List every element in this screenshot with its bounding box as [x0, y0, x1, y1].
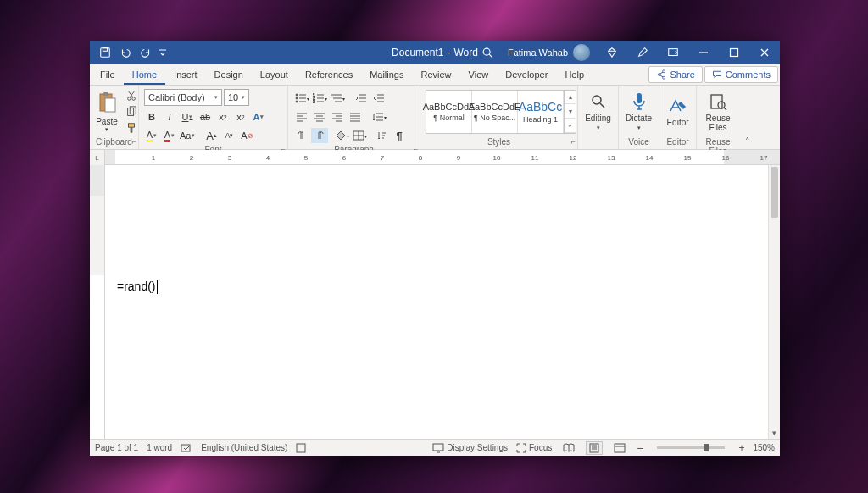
tab-insert[interactable]: Insert — [165, 64, 206, 85]
dictate-button[interactable]: Dictate ▾ — [624, 91, 654, 131]
superscript-button[interactable]: x2 — [233, 109, 248, 125]
tab-references[interactable]: References — [297, 64, 361, 85]
comments-button[interactable]: Comments — [704, 66, 778, 83]
autosave-icon[interactable] — [95, 42, 115, 63]
shrink-font-button[interactable]: A▾ — [221, 128, 236, 143]
grow-font-button[interactable]: A▴ — [203, 128, 219, 143]
scroll-down-icon[interactable]: ▾ — [769, 427, 780, 439]
read-mode-button[interactable] — [560, 441, 577, 455]
minimize-button[interactable] — [688, 41, 719, 64]
tab-developer[interactable]: Developer — [497, 64, 556, 85]
launcher-icon[interactable]: ⌐ — [132, 137, 136, 146]
pen-icon[interactable] — [627, 41, 658, 64]
close-button[interactable] — [749, 41, 780, 64]
launcher-icon[interactable]: ⌐ — [571, 137, 576, 146]
vertical-ruler[interactable] — [90, 165, 105, 439]
page-indicator[interactable]: Page 1 of 1 — [95, 443, 138, 452]
text-effects-button[interactable]: A▾ — [251, 109, 266, 125]
subscript-button[interactable]: x2 — [215, 109, 231, 125]
tab-home[interactable]: Home — [124, 64, 165, 85]
format-painter-button[interactable] — [124, 121, 139, 135]
borders-button[interactable]: ▾ — [351, 128, 368, 143]
zoom-slider[interactable] — [657, 446, 725, 449]
horizontal-ruler[interactable]: L 1234567891011121314151617 — [90, 150, 780, 165]
editing-button[interactable]: Editing ▾ — [583, 91, 613, 131]
bold-button[interactable]: B — [144, 109, 159, 125]
clear-formatting-button[interactable]: A⊘ — [239, 128, 254, 143]
ltr-button[interactable] — [293, 128, 310, 143]
user-account[interactable]: Fatima Wahab — [501, 44, 597, 61]
undo-button[interactable] — [115, 42, 136, 63]
tab-view[interactable]: View — [460, 64, 498, 85]
ribbon-display-icon[interactable] — [658, 41, 688, 64]
accessibility-icon[interactable] — [296, 443, 306, 453]
qat-customize-icon[interactable] — [156, 42, 170, 63]
bullets-button[interactable]: ▾ — [293, 91, 310, 106]
cut-button[interactable] — [124, 89, 139, 102]
display-settings-button[interactable]: Display Settings — [432, 443, 508, 453]
tab-file[interactable]: File — [92, 64, 124, 85]
show-marks-button[interactable]: ¶ — [391, 128, 408, 143]
increase-indent-button[interactable] — [370, 91, 387, 106]
align-right-button[interactable] — [329, 109, 346, 125]
highlight-button[interactable]: A▾ — [144, 128, 159, 143]
tab-help[interactable]: Help — [556, 64, 593, 85]
word-count[interactable]: 1 word — [147, 443, 172, 452]
styles-gallery[interactable]: AaBbCcDdE¶ Normal AaBbCcDdE¶ No Spac... … — [426, 90, 576, 134]
style-heading1[interactable]: AaBbCcHeading 1 — [518, 91, 564, 133]
tab-review[interactable]: Review — [413, 64, 460, 85]
editor-button[interactable]: Editor — [665, 96, 691, 127]
style-no-spacing[interactable]: AaBbCcDdE¶ No Spac... — [472, 91, 518, 133]
scroll-thumb[interactable] — [771, 167, 778, 218]
ribbon: Paste ▾ Clipboard⌐ Calibri (Body)▾ 10▾ — [90, 86, 780, 150]
zoom-thumb[interactable] — [704, 444, 709, 451]
vertical-scrollbar[interactable]: ▴ ▾ — [768, 165, 780, 439]
zoom-out-button[interactable]: − — [637, 441, 643, 455]
styles-more[interactable]: ▴▾⌄ — [564, 91, 576, 133]
document-page[interactable]: =rand() — [105, 165, 780, 439]
sort-button[interactable] — [373, 128, 390, 143]
web-layout-button[interactable] — [611, 441, 628, 455]
print-layout-button[interactable] — [586, 441, 603, 455]
strikethrough-button[interactable]: ab — [198, 109, 213, 125]
change-case-button[interactable]: Aa▾ — [180, 128, 195, 143]
rtl-button[interactable] — [311, 128, 328, 143]
svg-point-26 — [718, 102, 725, 108]
tab-design[interactable]: Design — [206, 64, 252, 85]
italic-button[interactable]: I — [162, 109, 177, 125]
maximize-button[interactable] — [719, 41, 749, 64]
svg-rect-31 — [615, 444, 625, 452]
underline-button[interactable]: U▾ — [180, 109, 195, 125]
language-indicator[interactable]: English (United States) — [201, 443, 287, 452]
font-color-button[interactable]: A▾ — [162, 128, 177, 143]
multilevel-button[interactable]: ▾ — [329, 91, 346, 106]
align-left-button[interactable] — [293, 109, 310, 125]
font-name-selector[interactable]: Calibri (Body)▾ — [144, 89, 222, 106]
zoom-level[interactable]: 150% — [753, 443, 775, 452]
reuse-files-button[interactable]: Reuse Files — [702, 91, 734, 132]
shading-button[interactable]: ▾ — [333, 128, 350, 143]
share-button[interactable]: Share — [648, 66, 702, 83]
diamond-icon[interactable] — [597, 41, 627, 64]
svg-rect-28 — [297, 444, 305, 452]
numbering-button[interactable]: 123▾ — [311, 91, 328, 106]
spellcheck-icon[interactable] — [181, 443, 192, 453]
zoom-in-button[interactable]: + — [738, 442, 744, 454]
document-content[interactable]: =rand() — [117, 280, 158, 294]
svg-rect-27 — [181, 445, 190, 451]
font-size-selector[interactable]: 10▾ — [224, 89, 249, 106]
tab-mailings[interactable]: Mailings — [361, 64, 412, 85]
tab-selector[interactable]: L — [90, 150, 105, 165]
focus-button[interactable]: Focus — [516, 443, 552, 453]
tab-layout[interactable]: Layout — [252, 64, 297, 85]
collapse-ribbon-button[interactable]: ˄ — [739, 86, 756, 149]
redo-button[interactable] — [136, 42, 156, 63]
style-normal[interactable]: AaBbCcDdE¶ Normal — [426, 91, 472, 133]
decrease-indent-button[interactable] — [353, 91, 370, 106]
justify-button[interactable] — [347, 109, 364, 125]
paste-button[interactable]: Paste ▾ — [95, 90, 119, 133]
copy-button[interactable] — [124, 105, 139, 119]
line-spacing-button[interactable]: ▾ — [370, 109, 387, 125]
title-bar: Document1 - Word Fatima Wahab — [90, 41, 780, 64]
align-center-button[interactable] — [311, 109, 328, 125]
